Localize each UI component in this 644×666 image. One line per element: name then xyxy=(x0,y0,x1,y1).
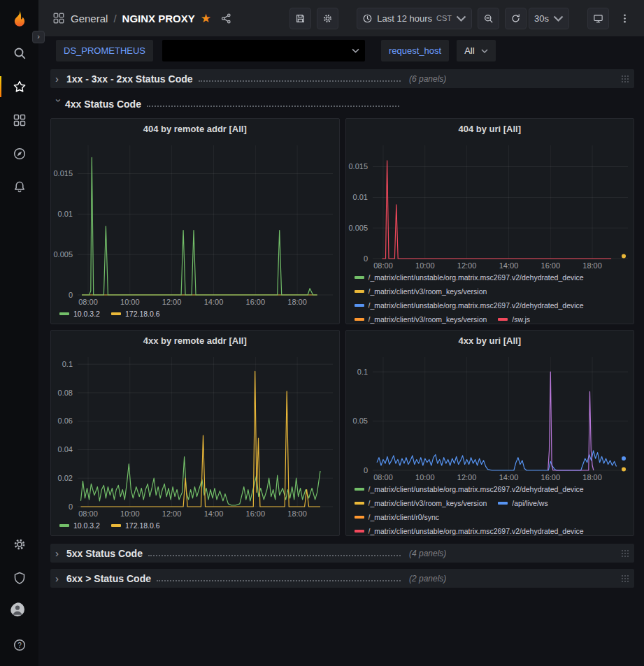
row-panel-count: (4 panels) xyxy=(409,549,446,558)
variable-label-request-host[interactable]: request_host xyxy=(381,40,449,61)
legend-item[interactable]: /_matrix/client/v3/room_keys/version xyxy=(355,498,487,509)
time-series-chart[interactable]: 00.0050.010.01508:0010:0012:0014:0016:00… xyxy=(346,138,634,270)
row-title: 1xx - 3xx - 2xx Status Code xyxy=(66,73,193,85)
legend-color-swatch xyxy=(355,502,364,505)
dashboard-settings-button[interactable] xyxy=(317,8,338,29)
shield-icon xyxy=(13,571,27,585)
sidebar-item-starred[interactable] xyxy=(0,70,38,103)
legend-item[interactable]: /_matrix/client/unstable/org.matrix.msc2… xyxy=(355,272,584,283)
refresh-interval-label: 30s xyxy=(534,13,549,24)
refresh-interval-picker[interactable]: 30s xyxy=(529,8,569,29)
time-range-label: Last 12 hours xyxy=(377,13,432,24)
legend-color-swatch xyxy=(355,276,364,279)
sidebar: › xyxy=(0,0,38,666)
svg-text:18:00: 18:00 xyxy=(287,509,307,518)
time-series-chart[interactable]: 00.050.108:0010:0012:0014:0016:0018:00 xyxy=(346,350,634,482)
row-header-4xx[interactable]: › 4xx Status Code xyxy=(50,94,634,113)
chevron-right-icon: › xyxy=(55,573,66,584)
svg-text:16:00: 16:00 xyxy=(541,261,560,270)
chevron-down-icon: › xyxy=(54,99,64,110)
row-dotted-filler xyxy=(147,106,399,107)
sidebar-item-profile[interactable] xyxy=(0,595,38,628)
variable-select-datasource[interactable] xyxy=(162,40,365,61)
main-area: General / NGINX PROXY ★ Last 12 hours CS… xyxy=(38,0,644,666)
breadcrumb-dashboard-title[interactable]: NGINX PROXY xyxy=(122,13,195,24)
legend-label: /_matrix/client/unstable/org.matrix.msc2… xyxy=(368,484,584,495)
kebab-menu-icon xyxy=(619,13,631,24)
time-range-picker[interactable]: Last 12 hours CST xyxy=(357,8,472,29)
legend-item[interactable]: /api/live/ws xyxy=(498,498,548,509)
legend-color-swatch xyxy=(498,502,508,505)
dashboard-scroll-area: › 1xx - 3xx - 2xx Status Code (6 panels)… xyxy=(38,65,644,666)
clock-icon xyxy=(362,13,373,24)
sidebar-item-alerting[interactable] xyxy=(0,171,38,204)
share-button[interactable] xyxy=(217,8,236,28)
svg-text:10:00: 10:00 xyxy=(120,509,140,518)
panel-404-by-remote-addr: 404 by remote addr [All] 00.0050.010.015… xyxy=(50,118,340,324)
grafana-flame-icon xyxy=(9,8,30,29)
sidebar-item-configuration[interactable] xyxy=(0,528,38,561)
row-drag-handle-icon[interactable] xyxy=(621,549,629,558)
legend-item[interactable]: /_matrix/client/r0/sync xyxy=(355,512,440,523)
legend-label: 172.18.0.6 xyxy=(125,520,160,531)
legend-color-swatch xyxy=(355,488,364,491)
favorite-star-icon[interactable]: ★ xyxy=(201,13,211,24)
panel-legend: 10.0.3.2172.18.0.6 xyxy=(51,307,339,324)
svg-text:08:00: 08:00 xyxy=(373,261,393,270)
legend-item[interactable]: /_matrix/client/v3/room_keys/version xyxy=(355,314,487,324)
svg-text:0.04: 0.04 xyxy=(58,445,73,454)
refresh-button[interactable] xyxy=(505,8,527,29)
breadcrumb-folder[interactable]: General xyxy=(71,13,108,24)
grafana-logo[interactable] xyxy=(9,8,30,29)
tv-mode-button[interactable] xyxy=(587,8,609,29)
legend-item[interactable]: /sw.js xyxy=(498,314,530,324)
row-header-6xx[interactable]: › 6xx > Status Code (2 panels) xyxy=(50,569,634,588)
sidebar-item-explore[interactable] xyxy=(0,137,38,171)
row-drag-handle-icon[interactable] xyxy=(621,75,629,83)
legend-color-swatch xyxy=(355,318,364,321)
row-header-5xx[interactable]: › 5xx Status Code (4 panels) xyxy=(50,544,634,563)
gear-icon xyxy=(322,13,333,24)
legend-item[interactable]: 10.0.3.2 xyxy=(59,520,100,531)
legend-color-swatch xyxy=(111,312,121,315)
panel-title[interactable]: 404 by uri [All] xyxy=(346,119,634,138)
time-series-chart[interactable]: 00.0050.010.01508:0010:0012:0014:0016:00… xyxy=(51,138,339,307)
legend-color-swatch xyxy=(59,524,69,527)
sidebar-item-server-admin[interactable] xyxy=(0,561,38,595)
sidebar-nav-bottom: ? xyxy=(0,528,38,662)
svg-text:0.1: 0.1 xyxy=(62,360,73,368)
save-dashboard-button[interactable] xyxy=(289,8,311,29)
svg-text:12:00: 12:00 xyxy=(162,298,182,306)
sidebar-item-dashboards[interactable] xyxy=(0,103,38,137)
panel-title[interactable]: 4xx by uri [All] xyxy=(346,331,634,350)
svg-text:14:00: 14:00 xyxy=(204,298,224,306)
more-options-button[interactable] xyxy=(615,8,634,28)
zoom-out-button[interactable] xyxy=(478,8,499,29)
svg-text:12:00: 12:00 xyxy=(457,473,476,482)
legend-item[interactable]: 172.18.0.6 xyxy=(111,520,160,531)
sidebar-item-help[interactable]: ? xyxy=(0,628,38,662)
row-drag-handle-icon[interactable] xyxy=(621,574,629,583)
panel-4xx-by-uri: 4xx by uri [All] 00.050.108:0010:0012:00… xyxy=(345,330,635,536)
panel-title[interactable]: 404 by remote addr [All] xyxy=(51,119,339,138)
legend-item[interactable]: /_matrix/client/unstable/org.matrix.msc2… xyxy=(355,300,584,311)
topbar: General / NGINX PROXY ★ Last 12 hours CS… xyxy=(38,0,644,36)
time-series-chart[interactable]: 00.020.040.060.080.108:0010:0012:0014:00… xyxy=(51,350,339,519)
legend-item[interactable]: /_matrix/client/v3/room_keys/version xyxy=(355,286,487,297)
chevron-down-icon xyxy=(352,48,359,53)
legend-item[interactable]: 172.18.0.6 xyxy=(111,308,160,319)
sidebar-expand-button[interactable]: › xyxy=(32,31,45,43)
chevron-down-icon xyxy=(481,49,488,53)
legend-item[interactable]: /_matrix/client/unstable/org.matrix.msc2… xyxy=(355,526,584,535)
legend-item[interactable]: 10.0.3.2 xyxy=(59,308,100,319)
legend-color-swatch xyxy=(355,304,364,307)
row-panel-count: (2 panels) xyxy=(409,574,446,584)
svg-text:08:00: 08:00 xyxy=(78,509,98,518)
svg-text:10:00: 10:00 xyxy=(120,298,140,306)
variable-label-datasource[interactable]: DS_PROMETHEUS xyxy=(56,40,153,61)
row-header-1xx-3xx-2xx[interactable]: › 1xx - 3xx - 2xx Status Code (6 panels) xyxy=(50,69,634,88)
share-icon xyxy=(220,13,232,24)
variable-select-request-host[interactable]: All xyxy=(457,40,495,61)
panel-title[interactable]: 4xx by remote addr [All] xyxy=(51,331,339,350)
legend-item[interactable]: /_matrix/client/unstable/org.matrix.msc2… xyxy=(355,484,584,495)
